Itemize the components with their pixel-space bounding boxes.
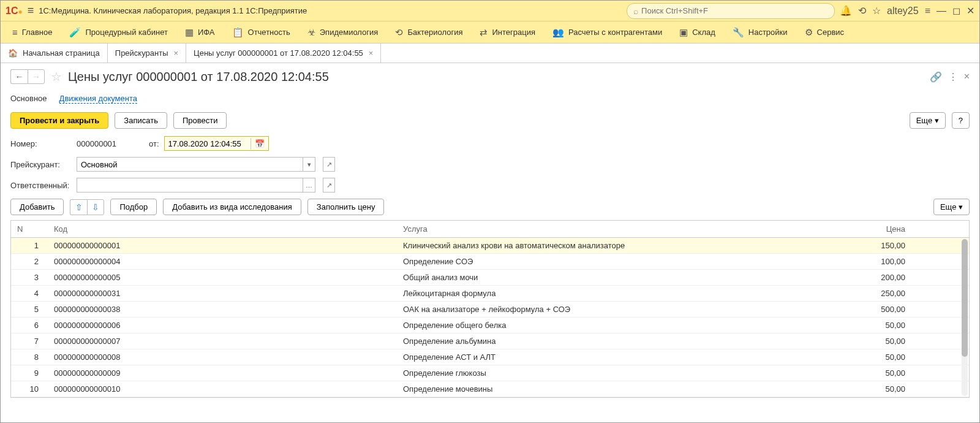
number-value: 000000001 [77,139,144,148]
col-header-n[interactable]: N [11,224,48,234]
chevron-down-icon: ▾ [935,116,939,125]
nav-item-3[interactable]: 📋Отчетность [224,21,298,43]
open-ref-icon[interactable]: ↗ [323,178,335,192]
nav-item-0[interactable]: ≡Главное [4,21,60,43]
nav-forward-button[interactable]: → [28,69,45,84]
link-icon[interactable]: 🔗 [930,71,942,83]
table-row[interactable]: 8000000000000008Определение АСТ и АЛТ50,… [11,349,969,365]
search-input[interactable] [641,6,828,15]
post-close-button[interactable]: Провести и закрыть [10,112,108,129]
page-header: ← → ☆ Цены услуг 000000001 от 17.08.2020… [10,69,970,84]
nav-label: Расчеты с контрагентами [568,28,662,37]
table-row[interactable]: 9000000000000009Определение глюкозы50,00 [11,365,969,381]
tab-label: Цены услуг 000000001 от 17.08.2020 12:04… [194,48,363,58]
nav-icon: 📋 [232,27,244,38]
minimize-icon[interactable]: — [937,6,946,17]
responsible-label: Ответственный: [10,181,72,190]
col-header-price[interactable]: Цена [832,224,918,234]
cell-n: 6 [11,321,48,330]
tabs-bar: 🏠 Начальная страница Прейскуранты × Цены… [1,44,979,63]
cell-service: Определение СОЭ [397,257,832,266]
chevron-down-icon: ▾ [959,202,963,212]
scroll-thumb[interactable] [962,239,968,357]
tab-pricelists[interactable]: Прейскуранты × [108,44,186,63]
cell-service: Определение глюкозы [397,368,832,378]
nav-icon: ⚙ [805,27,813,38]
nav-icon: ☣ [307,27,315,38]
close-page-icon[interactable]: × [964,71,970,82]
star-icon[interactable]: ☆ [872,5,881,17]
number-label: Номер: [10,139,72,148]
responsible-input[interactable] [77,178,303,192]
table-row[interactable]: 7000000000000007Определение альбумина50,… [11,333,969,349]
bell-icon[interactable]: 🔔 [840,5,852,17]
post-button[interactable]: Провести [173,112,227,129]
table-more-button[interactable]: Еще ▾ [933,199,970,215]
col-header-code[interactable]: Код [48,224,397,234]
move-down-button[interactable]: ⇩ [87,199,104,215]
date-input[interactable] [165,137,251,150]
nav-item-5[interactable]: ⟲Бактериология [387,21,470,43]
filter-icon[interactable]: ≡ [925,6,930,17]
subtab-movements[interactable]: Движения документа [59,94,137,104]
kebab-icon[interactable]: ⋮ [948,71,958,83]
cell-service: Определение мочевины [397,384,832,394]
open-ref-icon[interactable]: ↗ [323,157,335,172]
maximize-icon[interactable]: ◻ [952,5,960,17]
help-button[interactable]: ? [952,112,970,129]
nav-label: Главное [22,28,53,37]
add-button[interactable]: Добавить [10,199,64,215]
cell-n: 1 [11,241,48,250]
nav-back-button[interactable]: ← [10,69,28,84]
col-header-service[interactable]: Услуга [397,224,832,234]
pricelist-input[interactable] [77,157,303,172]
more-button[interactable]: Еще ▾ [910,112,946,129]
close-icon[interactable]: × [369,48,374,58]
cell-service: Определение общего белка [397,321,832,330]
nav-item-6[interactable]: ⇄Интеграция [472,21,543,43]
user-label[interactable]: altey25 [887,6,919,17]
nav-item-1[interactable]: 🧪Процедурный кабинет [61,21,175,43]
table-row[interactable]: 1000000000000001Клинический анализ крови… [11,238,969,254]
date-label: от: [149,139,159,148]
add-from-research-button[interactable]: Добавить из вида исследования [163,199,301,215]
table-row[interactable]: 10000000000000010Определение мочевины50,… [11,381,969,397]
tab-home[interactable]: 🏠 Начальная страница [1,44,108,63]
pick-button[interactable]: Подбор [110,199,157,215]
main-menu-icon[interactable]: ≡ [28,4,34,17]
move-up-button[interactable]: ⇧ [70,199,87,215]
nav-label: ИФА [198,28,215,37]
history-icon[interactable]: ⟲ [858,5,866,17]
nav-item-9[interactable]: 🔧Настройки [725,21,796,43]
nav-item-2[interactable]: ▦ИФА [177,21,223,43]
favorite-icon[interactable]: ☆ [51,69,62,84]
calendar-icon[interactable]: 📅 [251,138,268,150]
main-navbar: ≡Главное🧪Процедурный кабинет▦ИФА📋Отчетно… [1,21,979,44]
ellipsis-icon[interactable]: … [303,178,315,192]
nav-item-8[interactable]: ▣Склад [671,21,723,43]
table-scrollbar[interactable] [962,239,968,396]
cell-price: 50,00 [832,368,918,378]
close-window-icon[interactable]: ✕ [967,5,974,17]
global-search[interactable]: ⌕ [627,3,835,19]
tab-document[interactable]: Цены услуг 000000001 от 17.08.2020 12:04… [186,44,381,63]
write-button[interactable]: Записать [115,112,167,129]
cell-code: 000000000000004 [48,257,397,266]
dropdown-icon[interactable]: ▾ [303,157,315,172]
table-row[interactable]: 3000000000000005Общий анализ мочи200,00 [11,270,969,286]
table-row[interactable]: 6000000000000006Определение общего белка… [11,318,969,333]
sub-tabs: Основное Движения документа [10,91,970,112]
nav-item-10[interactable]: ⚙Сервис [797,21,853,43]
nav-item-7[interactable]: 👥Расчеты с контрагентами [545,21,670,43]
nav-icon: 🧪 [69,27,81,38]
fill-price-button[interactable]: Заполнить цену [307,199,385,215]
nav-item-4[interactable]: ☣Эпидемиология [300,21,386,43]
subtab-main[interactable]: Основное [10,94,47,104]
table-row[interactable]: 4000000000000031Лейкоцитарная формула250… [11,286,969,302]
cell-n: 8 [11,352,48,362]
close-icon[interactable]: × [174,48,179,58]
cell-n: 3 [11,273,48,282]
table-row[interactable]: 5000000000000038ОАК на анализаторе + лей… [11,302,969,318]
cell-price: 50,00 [832,321,918,330]
table-row[interactable]: 2000000000000004Определение СОЭ100,00 [11,254,969,270]
